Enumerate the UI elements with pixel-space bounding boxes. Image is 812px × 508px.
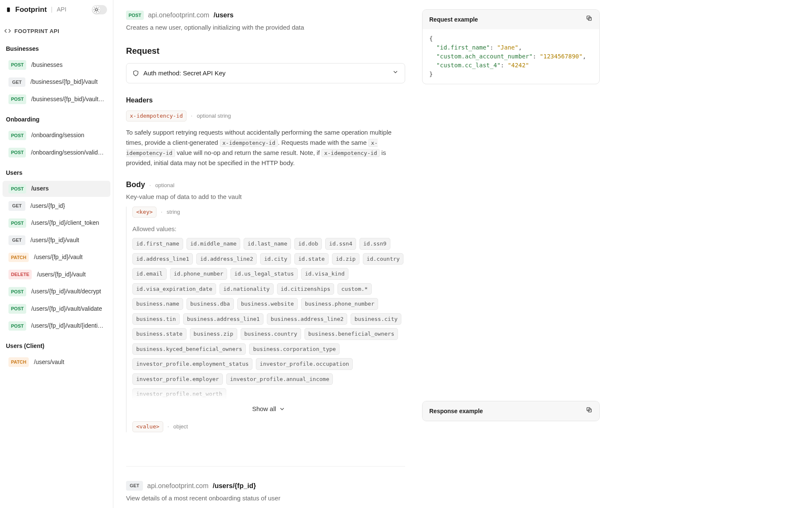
shield-icon xyxy=(132,70,139,77)
nav-item-path: /users xyxy=(31,184,49,193)
allowed-value-chip: id.visa_kind xyxy=(301,268,348,280)
allowed-value-chip: id.email xyxy=(132,268,167,280)
allowed-value-chip: id.nationality xyxy=(219,283,274,295)
allowed-value-chip: business.beneficial_owners xyxy=(304,328,398,340)
nav-item[interactable]: POST/users/{fp_id}/vault/validate xyxy=(3,301,110,317)
method-badge: POST xyxy=(8,148,26,157)
allowed-value-chip: investor_profile.net_worth xyxy=(132,388,226,400)
method-badge: GET xyxy=(8,77,25,87)
nav-item-path: /users/{fp_id}/vault xyxy=(34,253,82,262)
brand-api-label: API xyxy=(57,5,66,14)
response-example-panel: Response example xyxy=(422,401,600,421)
headers-heading: Headers xyxy=(126,95,405,105)
brand-bar: Footprint | API xyxy=(0,0,113,19)
nav-item-path: /businesses xyxy=(31,61,63,69)
allowed-value-chip: id.visa_expiration_date xyxy=(132,283,216,295)
nav-section-label: Users (Client) xyxy=(0,335,113,353)
endpoint-header: POST api.onefootprint.com /users xyxy=(126,10,405,20)
allowed-value-chip: business.name xyxy=(132,298,183,310)
body-key-name: <key> xyxy=(132,207,156,218)
main: POST api.onefootprint.com /users Creates… xyxy=(113,0,812,508)
nav-item[interactable]: DELETE/users/{fp_id}/vault xyxy=(3,266,110,283)
nav-title[interactable]: FOOTPRINT API xyxy=(0,19,113,38)
body-meta: optional xyxy=(155,181,175,190)
endpoint-description: Creates a new user, optionally initializ… xyxy=(126,23,405,33)
allowed-value-chip: id.us_legal_status xyxy=(230,268,298,280)
method-badge: POST xyxy=(8,321,26,331)
endpoint-host: api.onefootprint.com xyxy=(148,10,209,20)
content-column: POST api.onefootprint.com /users Creates… xyxy=(126,8,405,466)
sidebar: Footprint | API FOOTPRINT API Businesses… xyxy=(0,0,113,508)
header-param-name: x-idempotency-id xyxy=(126,110,187,121)
nav-item[interactable]: PATCH/users/vault xyxy=(3,354,110,370)
chevron-down-icon xyxy=(279,406,285,412)
nav-item[interactable]: POST/users/{fp_id}/client_token xyxy=(3,215,110,232)
allowed-value-chip: id.ssn9 xyxy=(359,238,390,250)
sun-icon xyxy=(93,6,100,13)
copy-button[interactable] xyxy=(586,406,593,416)
nav-item[interactable]: POST/businesses/{fp_bid}/vault/... xyxy=(3,91,110,108)
allowed-value-chip: investor_profile.employment_status xyxy=(132,358,252,370)
nav-item[interactable]: POST/users xyxy=(3,181,110,197)
brand-name: Footprint xyxy=(15,4,47,15)
copy-button[interactable] xyxy=(586,15,593,24)
svg-point-1 xyxy=(95,8,97,11)
body-heading: Body xyxy=(126,179,145,190)
request-example-title: Request example xyxy=(429,15,478,24)
allowed-value-chip: id.city xyxy=(260,253,291,265)
footprint-logo-icon xyxy=(6,6,13,13)
allowed-value-chip: business.kyced_beneficial_owners xyxy=(132,343,246,355)
method-badge: POST xyxy=(8,131,26,141)
nav-item[interactable]: POST/users/{fp_id}/vault/{identifi... xyxy=(3,318,110,334)
nav-section-label: Users xyxy=(0,162,113,180)
body-key-block: <key> · string Allowed values: id.first_… xyxy=(126,207,405,432)
allowed-value-chip: id.state xyxy=(294,253,329,265)
allowed-value-chip: business.phone_number xyxy=(301,298,378,310)
allowed-value-chip: id.first_name xyxy=(132,238,183,250)
method-badge: POST xyxy=(8,287,26,297)
brand-logo[interactable]: Footprint xyxy=(6,4,47,15)
nav-item[interactable]: GET/users/{fp_id}/vault xyxy=(3,232,110,248)
allowed-value-chip: id.country xyxy=(363,253,403,265)
endpoint2-path: /users/{fp_id} xyxy=(213,481,256,491)
nav-item[interactable]: PATCH/users/{fp_id}/vault xyxy=(3,249,110,266)
allowed-value-chip: id.ssn4 xyxy=(325,238,356,250)
allowed-value-chip: business.address_line1 xyxy=(183,313,263,325)
nav-item-path: /users/{fp_id}/vault/validate xyxy=(31,304,102,313)
allowed-value-chip: investor_profile.annual_income xyxy=(226,373,333,385)
copy-icon xyxy=(586,406,593,413)
nav-item[interactable]: POST/onboarding/session/validate xyxy=(3,144,110,161)
body-description: Key-value map of data to add to the vaul… xyxy=(126,192,405,202)
show-all-button[interactable]: Show all xyxy=(132,404,405,414)
body-heading-row: Body · optional xyxy=(126,179,405,190)
allowed-value-chip: business.dba xyxy=(187,298,234,310)
body-value-name: <value> xyxy=(132,421,163,432)
endpoint-method-badge: POST xyxy=(126,11,144,20)
nav-item[interactable]: GET/businesses/{fp_bid}/vault xyxy=(3,74,110,91)
request-example-panel: Request example { "id.first_name": "Jane… xyxy=(422,9,600,84)
method-badge: GET xyxy=(8,201,25,211)
auth-method-box[interactable]: Auth method: Secret API Key xyxy=(126,63,405,84)
nav-item[interactable]: GET/users/{fp_id} xyxy=(3,198,110,214)
auth-method-label: Auth method: Secret API Key xyxy=(143,69,225,78)
allowed-values-label: Allowed values: xyxy=(132,224,405,234)
allowed-value-chip: id.middle_name xyxy=(187,238,241,250)
allowed-value-chip: id.zip xyxy=(332,253,359,265)
method-badge: POST xyxy=(8,94,26,104)
nav-item[interactable]: POST/businesses xyxy=(3,57,110,73)
nav-item-path: /users/{fp_id} xyxy=(30,202,65,210)
method-badge: GET xyxy=(8,235,25,245)
nav-item[interactable]: POST/onboarding/session xyxy=(3,127,110,144)
allowed-value-chip: business.city xyxy=(351,313,401,325)
header-param-description: To safely support retrying requests with… xyxy=(126,127,405,168)
nav-item-path: /businesses/{fp_bid}/vault/... xyxy=(31,95,104,104)
theme-toggle[interactable] xyxy=(92,5,107,14)
code-icon xyxy=(4,28,11,34)
nav-item-path: /users/vault xyxy=(34,358,64,367)
nav: BusinessesPOST/businessesGET/businesses/… xyxy=(0,38,113,370)
nav-item[interactable]: POST/users/{fp_id}/vault/decrypt xyxy=(3,284,110,300)
method-badge: POST xyxy=(8,60,26,70)
nav-item-path: /users/{fp_id}/vault xyxy=(37,270,85,279)
chevron-down-icon xyxy=(392,69,399,78)
endpoint2-host: api.onefootprint.com xyxy=(147,481,208,491)
